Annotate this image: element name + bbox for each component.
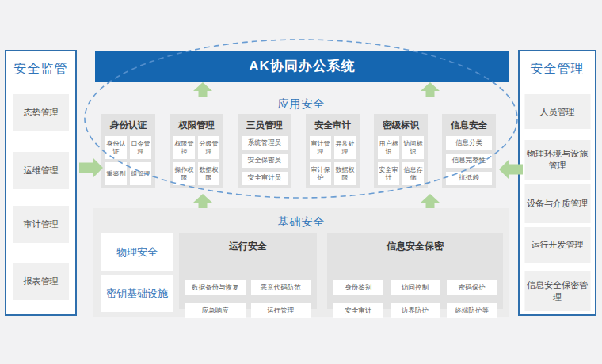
diagram-cell: 恶意代码防范 — [251, 280, 311, 295]
infosec-confidentiality-group: 信息安全保密 身份鉴别 访问控制 密码保护 安全审计 边界防护 终端防护等 — [327, 233, 503, 309]
left-panel-security-supervision: 安全监管 态势管理 运维管理 审计管理 报表管理 — [5, 50, 77, 316]
left-panel-item: 运维管理 — [13, 152, 69, 189]
column-security-audit: 安全审计 审计管理 异常处理 审计保护 数据权限 — [306, 114, 360, 188]
up-arrow-icon — [193, 82, 212, 97]
diagram-cell: 身份认证 — [105, 136, 127, 159]
right-panel-item: 信息安全保密管理 — [524, 271, 590, 311]
operation-security-group: 运行安全 数据备份与恢复 恶意代码防范 应急响应 运行管理 — [179, 233, 317, 309]
column-classification-mark: 密级标识 用户标识 访问标识 安全审计 信息存储 — [374, 114, 428, 188]
right-panel-security-management: 安全管理 人员管理 物理环境与设施管理 设备与介质管理 运行开发管理 信息安全保… — [518, 50, 596, 316]
left-panel-item: 审计管理 — [13, 206, 69, 243]
column-header: 权限管理 — [173, 119, 219, 131]
diagram-cell: 操作权限 — [173, 162, 195, 185]
diagram-cell: 信息分类 — [446, 136, 492, 150]
app-security-title: 应用安全 — [93, 97, 509, 112]
column-header: 密级标识 — [378, 119, 424, 131]
diagram-cell: 系统管理员 — [242, 136, 288, 150]
group-header: 信息安全保密 — [327, 240, 503, 253]
diagram-cell: 审计保护 — [310, 162, 331, 185]
security-architecture-diagram: AK协同办公系统 安全监管 态势管理 运维管理 审计管理 报表管理 安全管理 人… — [0, 0, 602, 364]
key-infrastructure-box: 密钥基础设施 — [101, 275, 173, 312]
column-header: 安全审计 — [310, 119, 356, 131]
diagram-cell: 终端防护等 — [447, 303, 497, 318]
diagram-cell: 边界防护 — [391, 303, 440, 318]
column-header: 身份认证 — [105, 119, 151, 131]
diagram-cell: 重鉴别 — [105, 162, 127, 185]
system-banner: AK协同办公系统 — [95, 51, 509, 82]
diagram-cell: 分级管理 — [198, 136, 219, 159]
group-header: 运行安全 — [179, 240, 317, 253]
diagram-cell: 数据权限 — [198, 162, 219, 185]
up-arrow-icon — [421, 82, 440, 97]
column-identity-auth: 身份认证 身份认证 口令管理 重鉴别 组管理 — [101, 114, 155, 188]
right-panel-item: 设备与介质管理 — [524, 184, 590, 223]
column-information-security: 信息安全 信息分类 信息完整性 抗抵赖 — [442, 114, 496, 188]
diagram-cell: 数据备份与恢复 — [185, 280, 246, 295]
base-security-section: 基础安全 物理安全 密钥基础设施 运行安全 数据备份与恢复 恶意代码防范 应急响… — [93, 208, 509, 317]
left-panel-item: 态势管理 — [13, 94, 69, 131]
diagram-cell: 运行管理 — [251, 303, 311, 318]
diagram-cell: 异常处理 — [334, 136, 356, 159]
physical-security-box: 物理安全 — [101, 233, 173, 271]
base-security-title: 基础安全 — [93, 215, 509, 229]
diagram-cell: 安全审计员 — [242, 172, 288, 185]
diagram-cell: 抗抵赖 — [446, 172, 492, 185]
right-panel-title: 安全管理 — [520, 61, 595, 78]
diagram-cell: 安全审计 — [333, 303, 383, 318]
column-three-admins: 三员管理 系统管理员 安全保密员 安全审计员 — [238, 114, 291, 188]
up-arrow-icon — [193, 194, 212, 208]
diagram-cell: 审计管理 — [310, 136, 331, 159]
column-header: 三员管理 — [242, 119, 288, 131]
diagram-cell: 信息完整性 — [446, 154, 492, 167]
left-panel-item: 报表管理 — [13, 263, 69, 300]
diagram-cell: 安全保密员 — [242, 154, 288, 167]
diagram-cell: 用户标识 — [378, 136, 399, 159]
column-permission-mgmt: 权限管理 权限管控 分级管理 操作权限 数据权限 — [170, 114, 223, 188]
system-title: AK协同办公系统 — [249, 57, 356, 75]
right-arrow-icon — [79, 157, 103, 178]
column-header: 信息安全 — [446, 119, 492, 131]
diagram-cell: 安全审计 — [378, 162, 399, 185]
diagram-cell: 口令管理 — [130, 136, 151, 159]
diagram-cell: 权限管控 — [173, 136, 195, 159]
right-panel-item: 人员管理 — [524, 94, 590, 129]
diagram-cell: 访问标识 — [402, 136, 424, 159]
left-panel-title: 安全监管 — [6, 61, 75, 78]
diagram-cell: 密码保护 — [447, 280, 497, 295]
up-arrow-icon — [421, 194, 440, 208]
diagram-cell: 组管理 — [130, 162, 151, 185]
app-security-columns: 身份认证 身份认证 口令管理 重鉴别 组管理 权限管理 权限管控 分级管理 操作… — [101, 114, 496, 188]
right-panel-item: 物理环境与设施管理 — [524, 140, 590, 180]
diagram-cell: 身份鉴别 — [333, 280, 383, 295]
diagram-cell: 访问控制 — [391, 280, 440, 295]
diagram-cell: 数据权限 — [334, 162, 356, 185]
diagram-cell: 应急响应 — [185, 303, 246, 318]
diagram-cell: 信息存储 — [402, 162, 424, 185]
right-panel-item: 运行开发管理 — [524, 227, 590, 263]
